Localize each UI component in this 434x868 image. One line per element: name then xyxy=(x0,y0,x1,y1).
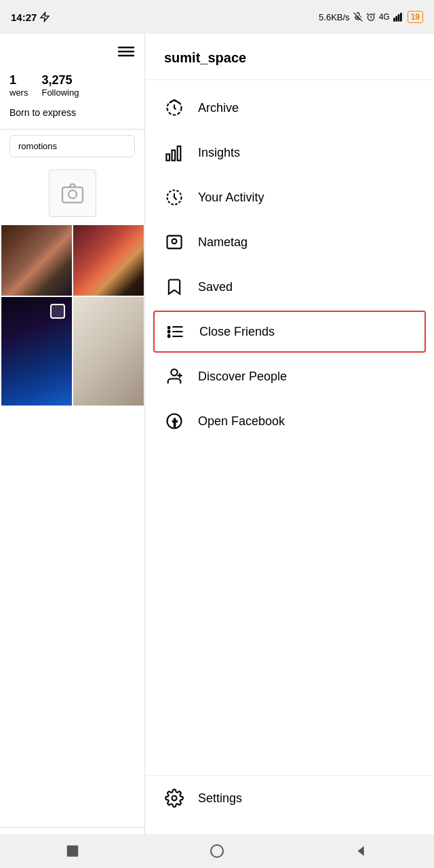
profile-bio: Born to express xyxy=(0,102,144,123)
time-display: 14:27 xyxy=(11,12,37,23)
no-sound-icon xyxy=(353,12,363,22)
profile-header xyxy=(0,34,144,69)
svg-point-29 xyxy=(171,370,177,376)
svg-rect-16 xyxy=(178,146,181,161)
following-count: 3,275 xyxy=(41,73,72,87)
your-activity-icon xyxy=(164,187,184,208)
status-bar: 14:27 5.6KB/s 4G 19 xyxy=(0,0,434,34)
open-facebook-icon xyxy=(164,411,184,431)
svg-rect-5 xyxy=(397,14,399,22)
menu-item-nametag[interactable]: Nametag xyxy=(145,220,434,264)
menu-item-insights[interactable]: Insights xyxy=(145,130,434,175)
followers-count: 1 xyxy=(9,73,16,87)
svg-point-26 xyxy=(168,327,170,329)
svg-marker-0 xyxy=(41,12,49,21)
status-right: 5.6KB/s 4G 19 xyxy=(319,11,423,23)
svg-rect-18 xyxy=(167,236,182,249)
signal-text: 4G xyxy=(379,12,390,22)
main-layout: 1 wers 3,275 Following Born to express r… xyxy=(0,34,434,868)
insights-icon xyxy=(164,142,184,163)
square-icon xyxy=(65,844,80,859)
status-time: 14:27 xyxy=(11,12,50,23)
system-nav xyxy=(0,834,434,868)
menu-username: sumit_space xyxy=(145,34,434,80)
promotions-button[interactable]: romotions xyxy=(9,135,135,157)
photo-2 xyxy=(73,225,144,296)
profile-divider xyxy=(0,129,144,130)
network-speed: 5.6KB/s xyxy=(319,12,350,22)
triangle-back-icon xyxy=(354,844,369,859)
hamburger-icon[interactable] xyxy=(117,45,135,62)
insights-label: Insights xyxy=(198,146,240,160)
nametag-label: Nametag xyxy=(198,235,248,250)
menu-item-your-activity[interactable]: Your Activity xyxy=(145,175,434,220)
signal-bars-icon xyxy=(393,12,404,22)
menu-item-saved[interactable]: Saved xyxy=(145,264,434,309)
circle-icon xyxy=(209,843,225,859)
photo-4 xyxy=(73,297,144,406)
menu-item-settings[interactable]: Settings xyxy=(164,788,415,808)
profile-stats: 1 wers 3,275 Following xyxy=(0,69,144,102)
svg-rect-34 xyxy=(66,846,78,857)
discover-people-label: Discover People xyxy=(198,370,287,384)
following-stat: 3,275 Following xyxy=(41,73,79,98)
back-square-button[interactable] xyxy=(62,841,83,861)
archive-icon xyxy=(164,98,184,118)
following-label: Following xyxy=(41,87,79,98)
svg-rect-3 xyxy=(393,18,395,21)
left-panel: 1 wers 3,275 Following Born to express r… xyxy=(0,34,144,868)
alarm-icon xyxy=(366,12,376,22)
home-circle-button[interactable] xyxy=(207,841,227,861)
saved-icon xyxy=(164,277,184,297)
menu-item-open-facebook[interactable]: Open Facebook xyxy=(145,399,434,443)
svg-point-28 xyxy=(168,336,170,338)
photo-3 xyxy=(1,297,72,406)
photo-1 xyxy=(1,225,72,296)
followers-label: wers xyxy=(9,87,28,98)
svg-point-35 xyxy=(211,845,223,857)
settings-area: Settings xyxy=(145,775,434,821)
your-activity-label: Your Activity xyxy=(198,191,264,205)
menu-item-archive[interactable]: Archive xyxy=(145,85,434,130)
video-indicator xyxy=(50,304,65,319)
menu-items: Archive Insights xyxy=(145,80,434,449)
bolt-icon xyxy=(39,12,50,22)
svg-rect-15 xyxy=(172,151,176,161)
settings-icon xyxy=(164,788,184,808)
svg-rect-4 xyxy=(395,16,397,22)
archive-label: Archive xyxy=(198,101,239,115)
svg-marker-36 xyxy=(358,846,364,856)
open-facebook-label: Open Facebook xyxy=(198,414,285,429)
battery-display: 19 xyxy=(408,11,423,23)
svg-rect-14 xyxy=(166,154,170,160)
avatar-placeholder xyxy=(49,170,96,217)
camera-icon xyxy=(60,181,85,205)
svg-point-33 xyxy=(172,796,177,801)
close-friends-label: Close Friends xyxy=(199,325,275,339)
settings-label: Settings xyxy=(198,791,242,806)
avatar-area xyxy=(0,163,144,224)
menu-item-close-friends[interactable]: Close Friends xyxy=(153,311,426,353)
nametag-icon xyxy=(164,232,184,252)
svg-point-19 xyxy=(172,239,177,243)
followers-stat: 1 wers xyxy=(9,73,28,98)
right-panel: sumit_space Archive xyxy=(144,34,434,868)
discover-people-icon xyxy=(164,366,184,387)
saved-label: Saved xyxy=(198,280,233,294)
svg-point-27 xyxy=(168,331,170,333)
photo-grid xyxy=(0,224,144,407)
menu-item-discover-people[interactable]: Discover People xyxy=(145,354,434,399)
back-triangle-button[interactable] xyxy=(351,841,372,861)
close-friends-icon xyxy=(165,321,186,342)
svg-rect-6 xyxy=(400,13,402,22)
svg-point-11 xyxy=(68,191,77,199)
